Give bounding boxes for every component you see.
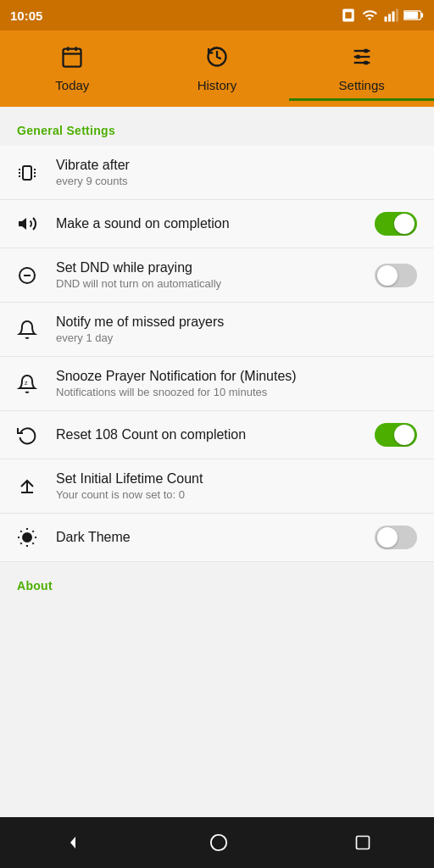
svg-rect-42 xyxy=(356,837,369,849)
svg-rect-8 xyxy=(421,13,424,17)
settings-icon xyxy=(350,45,374,75)
tab-history-label: History xyxy=(198,78,237,92)
snooze-icon: z xyxy=(17,374,51,394)
dark-toggle[interactable] xyxy=(375,526,417,549)
svg-rect-18 xyxy=(356,55,360,59)
vibrate-text: Vibrate after every 9 counts xyxy=(51,158,417,187)
dnd-subtitle: DND will not turn on automatically xyxy=(56,277,375,290)
lifetime-icon xyxy=(17,476,51,497)
setting-dark[interactable]: Dark Theme xyxy=(0,514,434,562)
vibrate-title: Vibrate after xyxy=(56,158,417,173)
reset-text: Reset 108 Count on completion xyxy=(51,427,375,442)
reset-icon xyxy=(17,425,51,445)
snooze-subtitle: Notifications will be snoozed for 10 min… xyxy=(56,386,417,398)
sound-icon xyxy=(17,214,51,234)
vibrate-subtitle: every 9 counts xyxy=(56,175,417,187)
reset-title: Reset 108 Count on completion xyxy=(56,427,375,442)
nav-back[interactable] xyxy=(46,824,100,861)
status-time: 10:05 xyxy=(10,8,42,23)
dnd-title: Set DND while praying xyxy=(56,260,375,275)
today-icon xyxy=(60,45,84,75)
setting-dnd[interactable]: Set DND while praying DND will not turn … xyxy=(0,248,434,303)
tab-settings[interactable]: Settings xyxy=(289,36,434,101)
svg-line-38 xyxy=(20,542,21,543)
svg-rect-20 xyxy=(23,166,31,180)
sound-text: Make a sound on completion xyxy=(51,216,375,231)
battery-icon xyxy=(403,9,424,21)
svg-rect-9 xyxy=(64,49,81,67)
nav-home[interactable] xyxy=(192,825,245,860)
svg-rect-3 xyxy=(388,14,391,22)
tab-today-label: Today xyxy=(55,78,89,92)
about-header: About xyxy=(0,562,434,601)
setting-lifetime[interactable]: Set Initial Lifetime Count Your count is… xyxy=(0,459,434,514)
missed-subtitle: every 1 day xyxy=(56,331,417,344)
dnd-icon xyxy=(17,265,51,286)
snooze-title: Snooze Prayer Notification for (Minutes) xyxy=(56,369,417,384)
svg-point-41 xyxy=(211,835,226,850)
settings-content: General Settings Vibrate after every 9 c… xyxy=(0,107,434,817)
tab-today[interactable]: Today xyxy=(0,36,145,101)
missed-title: Notify me of missed prayers xyxy=(56,314,417,330)
settings-list: Vibrate after every 9 counts Make a soun… xyxy=(0,146,434,562)
svg-rect-19 xyxy=(364,61,368,65)
sound-title: Make a sound on completion xyxy=(56,216,375,231)
svg-line-39 xyxy=(32,531,33,531)
vibrate-icon xyxy=(17,163,51,183)
svg-text:z: z xyxy=(25,380,28,386)
wifi-icon xyxy=(361,8,378,23)
dnd-text: Set DND while praying DND will not turn … xyxy=(51,260,375,290)
dark-title: Dark Theme xyxy=(56,530,375,545)
svg-line-34 xyxy=(20,531,21,531)
dnd-toggle[interactable] xyxy=(375,264,417,287)
dark-icon xyxy=(17,527,51,548)
svg-point-31 xyxy=(23,533,31,542)
reset-toggle[interactable] xyxy=(375,423,417,447)
svg-rect-7 xyxy=(404,12,418,19)
lifetime-text: Set Initial Lifetime Count Your count is… xyxy=(51,471,417,501)
snooze-text: Snooze Prayer Notification for (Minutes)… xyxy=(51,369,417,398)
setting-sound[interactable]: Make a sound on completion xyxy=(0,200,434,248)
svg-rect-2 xyxy=(385,17,387,22)
dark-text: Dark Theme xyxy=(51,530,375,545)
setting-reset[interactable]: Reset 108 Count on completion xyxy=(0,411,434,459)
setting-missed[interactable]: Notify me of missed prayers every 1 day xyxy=(0,303,434,357)
svg-rect-4 xyxy=(392,12,395,22)
svg-marker-27 xyxy=(19,218,26,230)
svg-rect-5 xyxy=(396,9,398,22)
general-settings-header: General Settings xyxy=(0,107,434,146)
svg-marker-40 xyxy=(70,837,75,849)
setting-vibrate[interactable]: Vibrate after every 9 counts xyxy=(0,146,434,200)
missed-icon xyxy=(17,320,51,340)
tab-settings-label: Settings xyxy=(339,78,385,92)
svg-line-35 xyxy=(32,542,33,543)
svg-rect-1 xyxy=(345,12,352,19)
status-bar: 10:05 xyxy=(0,0,434,31)
sound-toggle[interactable] xyxy=(375,212,417,236)
setting-snooze[interactable]: z Snooze Prayer Notification for (Minute… xyxy=(0,357,434,411)
lifetime-subtitle: Your count is now set to: 0 xyxy=(56,488,417,501)
tab-bar: Today History Settings xyxy=(0,31,434,107)
sim-icon xyxy=(341,8,356,23)
missed-text: Notify me of missed prayers every 1 day xyxy=(51,314,417,344)
nav-recent[interactable] xyxy=(337,826,388,860)
svg-rect-17 xyxy=(364,49,368,53)
signal-icon xyxy=(383,8,398,23)
history-icon xyxy=(205,45,229,75)
lifetime-title: Set Initial Lifetime Count xyxy=(56,471,417,487)
status-icons xyxy=(341,8,424,23)
tab-history[interactable]: History xyxy=(145,36,290,101)
bottom-nav xyxy=(0,817,434,868)
